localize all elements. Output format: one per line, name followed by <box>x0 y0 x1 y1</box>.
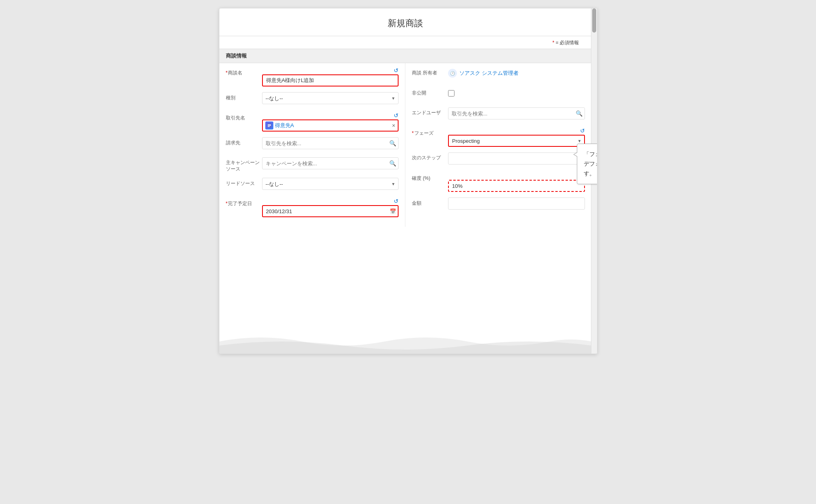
account-name-content: ↺ 得意先A × <box>262 112 399 132</box>
amount-content <box>448 197 585 210</box>
billing-input[interactable] <box>262 137 399 149</box>
date-field-wrapper: 📅 <box>262 205 399 217</box>
account-name-label: 取引先名 <box>226 112 262 121</box>
probability-input[interactable] <box>448 180 585 192</box>
probability-label: 確度 (%) <box>412 173 448 182</box>
campaign-source-row: 主キャンペーンソース 🔍 <box>226 157 399 172</box>
campaign-source-input[interactable] <box>262 157 399 169</box>
svg-rect-1 <box>268 124 271 125</box>
lead-source-select[interactable]: --なし-- <box>262 178 399 190</box>
private-row: 非公開 <box>412 87 585 102</box>
phase-select[interactable]: Prospecting <box>448 135 585 147</box>
next-step-content <box>448 152 585 165</box>
phase-select-wrapper: Prospecting <box>448 135 585 147</box>
deal-name-input[interactable] <box>262 74 399 86</box>
modal-title-area: 新規商談 <box>219 8 591 36</box>
owner-avatar: 🕐 <box>448 69 457 78</box>
account-icon <box>265 121 273 130</box>
deal-name-content: ↺ <box>262 67 399 86</box>
svg-rect-2 <box>268 125 271 126</box>
bottom-decoration <box>219 333 591 354</box>
deal-name-row: *商談名 ↺ <box>226 67 399 86</box>
end-user-input[interactable] <box>448 107 585 119</box>
close-date-row: *完了予定日 ↺ 📅 <box>226 198 399 217</box>
phase-tooltip: 「フェーズ」を入力すると、 デフォルト値がセットされます。 <box>577 144 597 184</box>
private-label: 非公開 <box>412 87 448 97</box>
calendar-icon[interactable]: 📅 <box>390 208 396 214</box>
type-row: 種別 --なし-- <box>226 92 399 107</box>
owner-label: 商談 所有者 <box>412 67 448 76</box>
amount-input[interactable] <box>448 197 585 210</box>
campaign-source-content: 🔍 <box>262 157 399 169</box>
private-checkbox-wrap <box>448 87 585 99</box>
type-select[interactable]: --なし-- <box>262 92 399 104</box>
private-content <box>448 87 585 99</box>
phase-undo-icon[interactable]: ↺ <box>580 128 585 134</box>
lead-source-label: リードソース <box>226 178 262 187</box>
billing-row: 請求先 🔍 <box>226 137 399 152</box>
end-user-search-icon[interactable]: 🔍 <box>576 110 583 117</box>
owner-name[interactable]: ソアスク システム管理者 <box>459 70 519 77</box>
account-name-text[interactable]: 得意先A <box>275 122 390 129</box>
owner-field: 🕐 ソアスク システム管理者 <box>448 67 585 79</box>
deal-name-label: *商談名 <box>226 67 262 76</box>
tooltip-line2: デフォルト値がセットされます。 <box>584 160 597 177</box>
billing-content: 🔍 <box>262 137 399 149</box>
type-content: --なし-- <box>262 92 399 104</box>
campaign-search-icon[interactable]: 🔍 <box>389 160 396 167</box>
required-note: * = 必須情報 <box>219 36 591 49</box>
lead-source-row: リードソース --なし-- <box>226 178 399 192</box>
end-user-label: エンドユーザ <box>412 107 448 116</box>
form-body: *商談名 ↺ 種別 --なし-- <box>219 63 591 227</box>
account-name-row: 取引先名 ↺ 得意先 <box>226 112 399 132</box>
close-date-undo-icon[interactable]: ↺ <box>394 198 399 204</box>
deal-name-undo-icon[interactable]: ↺ <box>394 67 399 74</box>
amount-row: 金額 <box>412 197 585 212</box>
end-user-row: エンドユーザ 🔍 <box>412 107 585 122</box>
probability-content: ↺ <box>448 173 585 192</box>
left-column: *商談名 ↺ 種別 --なし-- <box>219 63 406 227</box>
required-star: * <box>552 40 556 45</box>
right-column: 商談 所有者 🕐 ソアスク システム管理者 非公開 <box>405 63 591 227</box>
close-date-label: *完了予定日 <box>226 198 262 207</box>
billing-label: 請求先 <box>226 137 262 146</box>
section-header: 商談情報 <box>219 49 591 63</box>
phase-content: ↺ Prospecting <box>448 128 585 147</box>
account-tag-field: 得意先A × <box>262 119 399 132</box>
owner-content: 🕐 ソアスク システム管理者 <box>448 67 585 79</box>
next-step-row: 次のステップ <box>412 152 585 167</box>
phase-label: *フェーズ <box>412 128 448 137</box>
modal-title: 新規商談 <box>227 17 583 29</box>
next-step-label: 次のステップ <box>412 152 448 161</box>
private-checkbox[interactable] <box>448 90 454 97</box>
billing-search-icon[interactable]: 🔍 <box>389 140 396 146</box>
next-step-input[interactable] <box>448 152 585 165</box>
owner-row: 商談 所有者 🕐 ソアスク システム管理者 <box>412 67 585 82</box>
modal-container: 新規商談 * = 必須情報 商談情報 *商談名 ↺ <box>219 8 597 354</box>
tooltip-line1: 「フェーズ」を入力すると、 <box>584 151 597 157</box>
close-date-content: ↺ 📅 <box>262 198 399 217</box>
lead-source-content: --なし-- <box>262 178 399 190</box>
scrollbar-thumb[interactable] <box>592 8 596 33</box>
close-date-input[interactable] <box>262 205 399 217</box>
svg-rect-3 <box>268 126 270 127</box>
account-remove-icon[interactable]: × <box>392 122 395 129</box>
account-name-undo-icon[interactable]: ↺ <box>394 112 399 119</box>
campaign-source-label: 主キャンペーンソース <box>226 157 262 172</box>
type-label: 種別 <box>226 92 262 101</box>
probability-row: 確度 (%) ↺ <box>412 173 585 192</box>
required-note-text: = 必須情報 <box>556 40 579 45</box>
phase-row: *フェーズ ↺ Prospecting 「フェーズ」を入力すると、 デフォルト <box>412 128 585 147</box>
amount-label: 金額 <box>412 197 448 207</box>
end-user-content: 🔍 <box>448 107 585 119</box>
